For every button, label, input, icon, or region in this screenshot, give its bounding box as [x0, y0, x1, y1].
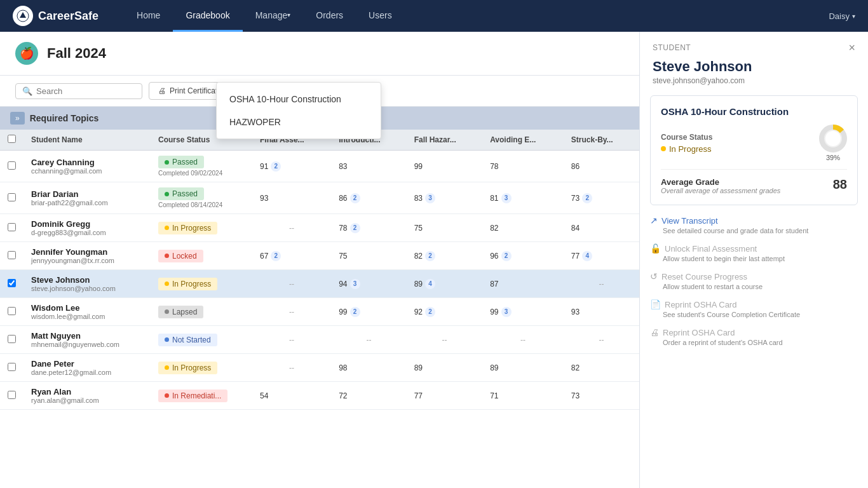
student-info: Matt Nguyen mhnemail@nguyenweb.com [24, 326, 151, 354]
attempt-badge[interactable]: 2 [271, 251, 281, 261]
row-checkbox[interactable] [0, 151, 24, 182]
search-box[interactable]: 🔍 [15, 83, 142, 99]
score-cell: 83 [331, 151, 407, 182]
attempt-badge[interactable]: 4 [425, 279, 435, 289]
dropdown-item-osha[interactable]: OSHA 10-Hour Construction [217, 88, 381, 111]
table-row[interactable]: Jennifer Youngman jennyyoungman@tx.rr.co… [0, 242, 639, 270]
action-icon: 📄 [650, 299, 661, 309]
row-checkbox[interactable] [0, 270, 24, 298]
attempt-badge[interactable]: 3 [501, 307, 512, 317]
student-info: Jennifer Youngman jennyyoungman@tx.rr.co… [24, 242, 151, 270]
attempt-badge[interactable]: 2 [582, 193, 592, 203]
course-status-cell: Not Started [151, 326, 252, 354]
score-cell: 99 [407, 151, 482, 182]
score-cell: 912 [252, 151, 331, 182]
student-info: Dane Peter dane.peter12@gmail.com [24, 354, 151, 382]
student-email: cchanning@gmail.com [31, 167, 143, 175]
row-checkbox[interactable] [0, 242, 24, 270]
navbar-links: Home Gradebook Manage Orders Users [124, 0, 829, 32]
table-wrapper: » Required Topics Student Name Course St… [0, 107, 639, 488]
action-link[interactable]: ↗ View Transcript [650, 215, 858, 226]
score-cell: 93 [252, 182, 331, 214]
table-row[interactable]: Dominik Gregg d-gregg883@gmail.com In Pr… [0, 214, 639, 242]
row-checkbox[interactable] [0, 214, 24, 242]
student-email: dane.peter12@gmail.com [31, 369, 143, 376]
table-row[interactable]: Ryan Alan ryan.alan@gmail.com In Remedia… [0, 382, 639, 410]
attempt-badge[interactable]: 2 [350, 193, 360, 203]
status-dot [165, 365, 169, 370]
row-checkbox[interactable] [0, 182, 24, 214]
score-cell: 993 [482, 298, 564, 326]
row-checkbox[interactable] [0, 382, 24, 410]
user-menu[interactable]: Daisy [829, 11, 855, 21]
avg-grade-row: Average Grade Overall average of assessm… [661, 177, 847, 194]
nav-manage[interactable]: Manage [243, 0, 304, 32]
status-badge: Locked [158, 250, 203, 262]
action-item: ↺ Reset Course Progress Allow student to… [650, 271, 858, 290]
student-email: mhnemail@nguyenweb.com [31, 341, 143, 348]
print-icon: 🖨 [158, 86, 166, 95]
attempt-badge[interactable]: 2 [271, 161, 281, 172]
attempt-badge[interactable]: 2 [501, 251, 512, 261]
table-row[interactable]: Briar Darian briar-path22@gmail.com Pass… [0, 182, 639, 214]
table-row[interactable]: Matt Nguyen mhnemail@nguyenweb.com Not S… [0, 326, 639, 354]
action-icon: 🖨 [650, 327, 659, 337]
attempt-badge[interactable]: 2 [425, 251, 435, 261]
action-link: 🖨 Reprint OSHA Card [650, 327, 858, 337]
student-name: Wisdom Lee [31, 303, 143, 313]
table-row[interactable]: Dane Peter dane.peter12@gmail.com In Pro… [0, 354, 639, 382]
student-email: wisdom.lee@gmail.com [31, 313, 143, 320]
score-cell: 75 [407, 214, 482, 242]
collapse-button[interactable]: » [10, 112, 25, 125]
student-name: Briar Darian [31, 189, 143, 199]
attempt-badge[interactable]: 2 [350, 223, 360, 233]
status-badge: In Progress [158, 222, 217, 234]
toolbar: 🔍 OSHA 10-Hour Construction HAZWOPER 🖨 P… [0, 76, 639, 107]
col-struck: Struck-By... [564, 130, 639, 151]
student-email: steve.johnson@yahoo.com [31, 285, 143, 292]
required-topics-label: Required Topics [30, 113, 99, 123]
nav-orders[interactable]: Orders [303, 0, 356, 32]
nav-users[interactable]: Users [356, 0, 405, 32]
score-cell: -- [252, 270, 331, 298]
pie-chart [819, 125, 847, 152]
attempt-badge[interactable]: 4 [582, 251, 592, 261]
col-avoiding: Avoiding E... [482, 130, 564, 151]
table-row[interactable]: Steve Johnson steve.johnson@yahoo.com In… [0, 270, 639, 298]
completed-date: Completed 08/14/2024 [158, 201, 245, 208]
nav-gradebook[interactable]: Gradebook [173, 0, 242, 32]
score-cell: 98 [331, 354, 407, 382]
attempt-badge[interactable]: 3 [501, 193, 512, 203]
score-cell: 77 [407, 382, 482, 410]
attempt-badge[interactable]: 2 [425, 307, 435, 317]
attempt-badge[interactable]: 3 [425, 193, 435, 203]
table-row[interactable]: Carey Channing cchanning@gmail.com Passe… [0, 151, 639, 182]
attempt-badge[interactable]: 2 [350, 307, 360, 317]
status-badge: In Remediati... [158, 390, 227, 402]
dropdown-item-hazwoper[interactable]: HAZWOPER [217, 111, 381, 133]
attempt-badge[interactable]: 3 [350, 279, 360, 289]
status-badge: Passed [158, 156, 204, 168]
row-checkbox[interactable] [0, 326, 24, 354]
row-checkbox[interactable] [0, 354, 24, 382]
students-table: Student Name Course Status Final Asse...… [0, 130, 639, 410]
nav-home[interactable]: Home [124, 0, 173, 32]
close-panel-button[interactable]: × [848, 42, 855, 53]
select-all-checkbox[interactable] [8, 135, 16, 143]
status-dot [165, 192, 169, 196]
student-name: Jennifer Youngman [31, 247, 143, 257]
logo[interactable]: CareerSafe [13, 6, 98, 26]
search-input[interactable] [36, 86, 138, 96]
score-cell: 782 [331, 214, 407, 242]
page-title: Fall 2024 [47, 45, 106, 62]
score-cell: 87 [482, 270, 564, 298]
student-info: Briar Darian briar-path22@gmail.com [24, 182, 151, 214]
row-checkbox[interactable] [0, 298, 24, 326]
table-row[interactable]: Wisdom Lee wisdom.lee@gmail.com Lapsed -… [0, 298, 639, 326]
course-status-cell: Lapsed [151, 298, 252, 326]
score-cell: 54 [252, 382, 331, 410]
avg-grade-sub: Overall average of assessment grades [661, 187, 780, 194]
course-card: OSHA 10-Hour Construction Course Status … [650, 95, 858, 205]
score-cell: -- [252, 354, 331, 382]
score-cell: 833 [407, 182, 482, 214]
